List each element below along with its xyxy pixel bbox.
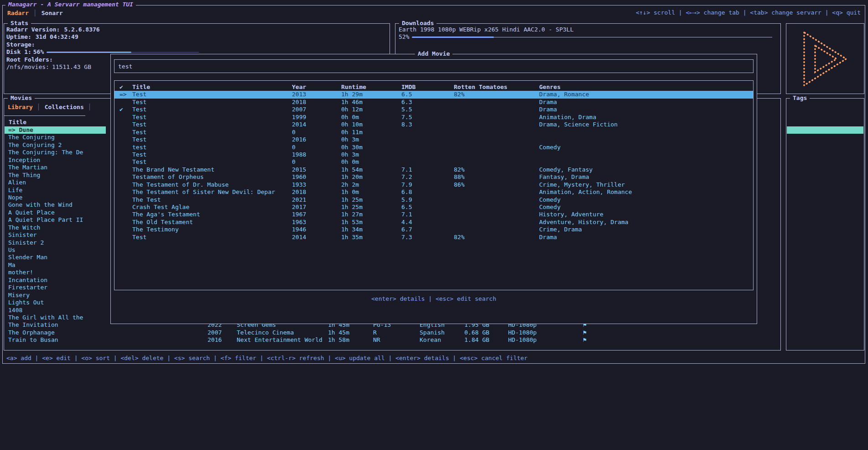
result-imdb: 5.9 <box>401 196 454 204</box>
result-title: The Testimony <box>132 226 292 233</box>
movie-title: Nope <box>8 194 22 201</box>
movie-title: The Invitation <box>8 321 58 328</box>
movie-title: Gone with the Wind <box>8 201 73 208</box>
title-column-header: Title <box>132 84 292 91</box>
result-rotten-tomatoes <box>454 158 539 166</box>
search-result-row[interactable]: Testament of Orpheus 1960 1h 20m 7.2 88%… <box>114 173 753 181</box>
result-runtime: 0h 10m <box>341 121 401 128</box>
result-genres: Drama <box>539 99 753 106</box>
logo-panel <box>786 23 864 94</box>
tab-sonarr[interactable]: Sonarr <box>42 10 63 16</box>
search-result-row[interactable]: Test 0 0h 11m <box>114 129 753 136</box>
result-genres: Comedy <box>539 204 753 211</box>
movie-title: Us <box>8 246 16 253</box>
movie-title: Dune <box>19 126 33 133</box>
search-result-row[interactable]: Test 2016 0h 3m <box>114 136 753 143</box>
result-title: test <box>132 144 292 151</box>
movie-search-input[interactable] <box>114 63 388 70</box>
tab-collections[interactable]: Collections <box>45 104 84 110</box>
download-progress-row: 52% <box>399 33 778 41</box>
disk-label: Disk 1: <box>6 48 31 56</box>
result-rotten-tomatoes: 82% <box>454 91 539 98</box>
result-year: 2016 <box>292 136 341 143</box>
result-year: 0 <box>292 158 341 166</box>
genres-column-header: Genres <box>539 84 753 91</box>
movie-title: The Thing <box>8 172 40 178</box>
search-result-row[interactable]: test 0 0h 30m Comedy <box>114 144 753 151</box>
result-title: The Testament of Dr. Mabuse <box>132 181 292 188</box>
result-genres: Crime, Mystery, Thriller <box>539 181 753 188</box>
result-rotten-tomatoes: 88% <box>454 173 539 181</box>
result-runtime: 1h 46m <box>341 99 401 106</box>
search-result-row[interactable]: The Brand New Testament 2015 1h 54m 7.1 … <box>114 166 753 173</box>
disk-usage-bar-rest <box>131 52 199 52</box>
result-title: The Testament of Sister New Devil: Depar <box>132 188 292 196</box>
search-result-row[interactable]: The Aga's Testament 1967 1h 27m 7.1 Hist… <box>114 211 753 218</box>
root-folders-label: Root Folders: <box>6 56 53 63</box>
movie-title: Firestarter <box>8 284 47 291</box>
movie-title: The Orphanage <box>8 329 55 336</box>
tag-icon: ⚑ <box>583 336 779 344</box>
tags-panel: Tags <box>786 98 864 351</box>
search-result-row[interactable]: The Old Testament 1963 1h 53m 4.4 Advent… <box>114 219 753 226</box>
result-imdb <box>401 144 454 151</box>
disk-usage-bar-filled <box>47 52 131 53</box>
movie-quality: HD-1080p <box>508 336 583 344</box>
search-result-row[interactable]: Crash Test Aglae 2017 1h 25m 6.5 Comedy <box>114 204 753 211</box>
result-year: 1946 <box>292 226 341 233</box>
search-result-row[interactable]: ✔ Test 2007 0h 12m 5.5 Drama <box>114 106 753 113</box>
result-rotten-tomatoes: 82% <box>454 234 539 241</box>
stats-version-row: Radarr Version: 5.2.6.8376 <box>6 26 387 33</box>
search-result-row[interactable]: The Testament of Dr. Mabuse 1933 2h 2m 7… <box>114 181 753 188</box>
search-result-row[interactable]: The Test 2021 1h 25m 5.9 Comedy <box>114 196 753 204</box>
search-result-row[interactable]: Test 2014 0h 10m 8.3 Drama, Science Fict… <box>114 121 753 128</box>
result-genres: Adventure, History, Drama <box>539 219 753 226</box>
result-rotten-tomatoes: 86% <box>454 181 539 188</box>
movie-language: Spanish <box>420 329 464 336</box>
add-movie-popup: Add Movie ✔ Title Year Runtime IMDB Rott… <box>110 54 757 324</box>
result-imdb: 6.3 <box>401 99 454 106</box>
result-title: Test <box>132 158 292 166</box>
movie-row[interactable]: The Orphanage 2007 Telecinco Cinema 1h 4… <box>5 329 779 336</box>
tags-panel-title: Tags <box>790 94 810 102</box>
storage-label: Storage: <box>6 41 35 48</box>
result-title: The Aga's Testament <box>132 211 292 218</box>
movie-title: Misery <box>8 292 30 298</box>
result-genres: History, Adventure <box>539 211 753 218</box>
selected-tag-row[interactable] <box>787 126 863 134</box>
result-year: 2021 <box>292 196 341 204</box>
result-rotten-tomatoes <box>454 129 539 136</box>
result-year: 2015 <box>292 166 341 173</box>
runtime-column-header: Runtime <box>341 84 401 91</box>
result-year: 2017 <box>292 204 341 211</box>
add-movie-popup-title: Add Movie <box>415 50 452 58</box>
root-folder-size: 11511.43 GB <box>52 63 91 71</box>
search-result-row[interactable]: The Testimony 1946 1h 34m 6.7 Crime, Dra… <box>114 226 753 233</box>
movie-title: The Conjuring: The De <box>8 149 83 156</box>
search-result-row[interactable]: Test 2018 1h 46m 6.3 Drama <box>114 99 753 106</box>
result-year: 2014 <box>292 121 341 128</box>
tab-separator: │ <box>88 104 92 110</box>
search-result-row[interactable]: The Testament of Sister New Devil: Depar… <box>114 188 753 196</box>
search-result-row[interactable]: Test 1988 0h 3m <box>114 151 753 158</box>
search-result-row[interactable]: Test 1999 0h 0m 7.5 Animation, Drama <box>114 114 753 121</box>
result-year: 1988 <box>292 151 341 158</box>
result-imdb: 7.3 <box>401 234 454 241</box>
movie-title: A Quiet Place <box>8 209 55 216</box>
movie-title: The Girl with All the <box>8 314 83 321</box>
result-runtime: 1h 0m <box>341 188 401 196</box>
tab-radarr[interactable]: Radarr <box>7 10 29 16</box>
search-result-row[interactable]: Test 0 0h 0m <box>114 158 753 166</box>
movie-title: The Conjuring 2 <box>8 141 62 148</box>
result-rotten-tomatoes <box>454 121 539 128</box>
movie-row[interactable]: Train to Busan 2016 Next Entertainment W… <box>5 336 779 344</box>
tab-library[interactable]: Library <box>8 104 33 110</box>
search-result-row[interactable]: Test 2014 1h 35m 7.3 82% Drama <box>114 234 753 241</box>
result-year: 1963 <box>292 219 341 226</box>
movie-year: 2007 <box>208 329 237 336</box>
result-rotten-tomatoes <box>454 188 539 196</box>
result-imdb: 7.2 <box>401 173 454 181</box>
result-year: 2018 <box>292 99 341 106</box>
search-result-row[interactable]: => Test 2013 1h 29m 6.5 82% Drama, Roman… <box>114 91 753 98</box>
uptime-label: Uptime: <box>6 33 31 41</box>
